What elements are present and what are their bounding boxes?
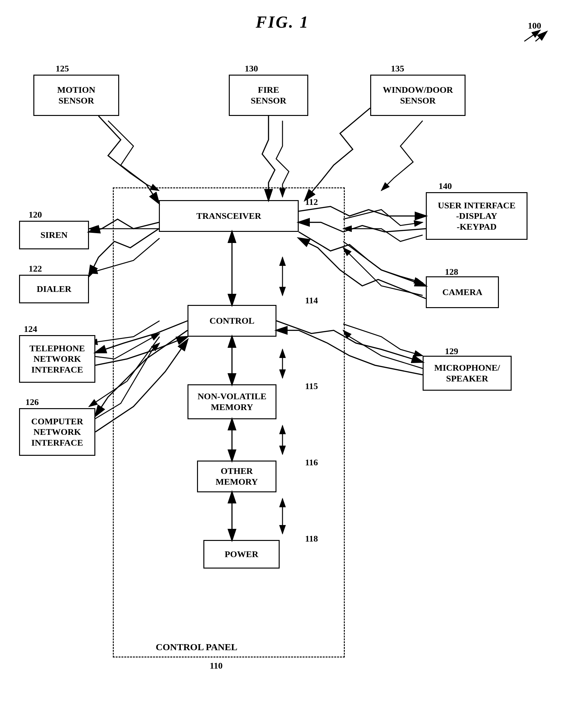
telephone-network-box: TELEPHONENETWORKINTERFACE [19,335,95,383]
control-panel-border [113,187,345,657]
ref-129-label: 129 [445,346,458,356]
non-volatile-memory-box: NON-VOLATILEMEMORY [187,384,276,419]
ref-135-label: 135 [391,64,404,74]
camera-box: CAMERA [426,276,499,308]
ref-125-label: 125 [56,64,69,74]
ref-126-label: 126 [25,397,39,407]
ref-110-label: 110 [210,661,222,671]
siren-box: SIREN [19,221,89,249]
microphone-speaker-box: MICROPHONE/SPEAKER [423,356,512,391]
power-box: POWER [203,540,279,569]
svg-line-10 [535,32,547,41]
control-panel-label: CONTROL PANEL [156,642,237,652]
page-title: FIG. 1 [256,13,309,31]
ref-120-label: 120 [29,210,42,220]
ref-118-label: 118 [305,534,318,544]
control-box: CONTROL [187,305,276,337]
ref-130-label: 130 [245,64,258,74]
ref-124-label: 124 [24,324,37,334]
dialer-box: DIALER [19,275,89,303]
ref-115-label: 115 [305,381,318,391]
window-door-sensor-box: WINDOW/DOORSENSOR [370,75,466,116]
computer-network-box: COMPUTERNETWORKINTERFACE [19,408,95,456]
ref-128-label: 128 [445,267,458,277]
ref-116-label: 116 [305,457,318,468]
ref-140-label: 140 [439,181,452,191]
ref-114-label: 114 [305,295,318,306]
other-memory-box: OTHERMEMORY [197,461,276,492]
fire-sensor-box: FIRESENSOR [229,75,308,116]
ref-100-label: 100 [528,21,541,31]
user-interface-box: USER INTERFACE-DISPLAY-KEYPAD [426,192,528,240]
svg-line-3 [524,30,540,41]
transceiver-box: TRANSCEIVER [159,200,299,232]
ref-122-label: 122 [29,264,42,274]
ref-112-label: 112 [305,197,318,207]
motion-sensor-box: MOTIONSENSOR [33,75,119,116]
